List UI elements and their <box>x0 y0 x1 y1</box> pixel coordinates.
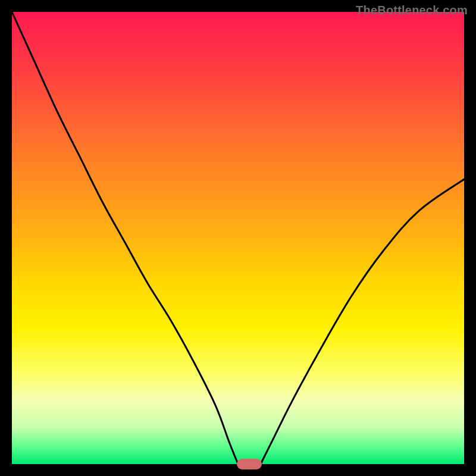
bottleneck-marker <box>237 459 262 469</box>
chart-frame: TheBottleneck.com <box>0 0 476 476</box>
watermark-text: TheBottleneck.com <box>356 4 468 17</box>
plot-area <box>12 12 464 464</box>
curve-svg <box>12 12 464 464</box>
curve-right-branch <box>261 179 464 464</box>
curve-left-branch <box>12 12 238 464</box>
